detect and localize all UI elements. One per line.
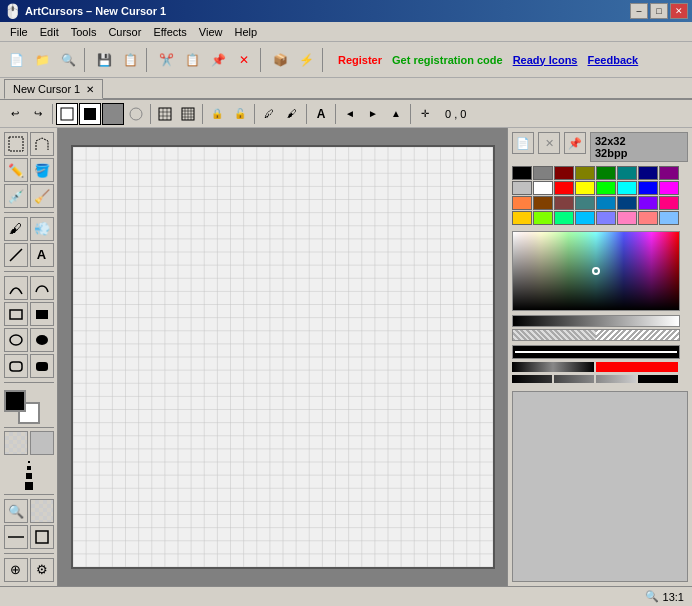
doc-tab-close-button[interactable]: ✕ <box>86 84 94 95</box>
canvas-btn1[interactable] <box>56 103 78 125</box>
canvas-btn2[interactable] <box>79 103 101 125</box>
color-orange[interactable] <box>512 196 532 210</box>
text-tool[interactable]: A <box>30 243 54 267</box>
color-periwinkle[interactable] <box>596 211 616 225</box>
color-brown[interactable] <box>533 196 553 210</box>
color-lime[interactable] <box>596 181 616 195</box>
line-s1[interactable] <box>512 375 552 383</box>
lock-btn2[interactable]: 🔓 <box>229 103 251 125</box>
color-dark-green[interactable] <box>596 166 616 180</box>
brush-size-1[interactable] <box>28 461 30 463</box>
pen-btn[interactable]: 🖊 <box>258 103 280 125</box>
brush-size-4[interactable] <box>25 482 33 490</box>
opaque-btn[interactable] <box>30 431 54 455</box>
color-spring[interactable] <box>554 211 574 225</box>
rect2-btn[interactable] <box>30 525 54 549</box>
register-link[interactable]: Register <box>338 54 382 66</box>
color-blue[interactable] <box>638 181 658 195</box>
zoom-btn[interactable]: 🔍 <box>4 499 28 523</box>
color-magenta[interactable] <box>659 181 679 195</box>
line-tool[interactable] <box>4 243 28 267</box>
color-gold[interactable] <box>512 211 532 225</box>
color-pink[interactable] <box>617 211 637 225</box>
color-dark-blue[interactable] <box>617 196 637 210</box>
color-sky-blue[interactable] <box>596 196 616 210</box>
color-silver[interactable] <box>512 181 532 195</box>
ready-icons-link[interactable]: Ready Icons <box>513 54 578 66</box>
gray-gradient-bar[interactable] <box>512 315 680 327</box>
menu-cursor[interactable]: Cursor <box>102 24 147 40</box>
grid-btn1[interactable] <box>154 103 176 125</box>
export-button[interactable]: ⚡ <box>294 48 318 72</box>
line2-btn[interactable] <box>4 525 28 549</box>
color-cyan[interactable] <box>617 181 637 195</box>
select-free-tool[interactable] <box>30 132 54 156</box>
maximize-button[interactable]: □ <box>650 3 668 19</box>
color-slate[interactable] <box>575 196 595 210</box>
color-gradient-picker[interactable] <box>512 231 680 311</box>
copy-button[interactable]: 📋 <box>180 48 204 72</box>
menu-effects[interactable]: Effects <box>147 24 192 40</box>
line-s4[interactable] <box>638 375 678 383</box>
hotspot-btn[interactable]: ✛ <box>414 103 436 125</box>
menu-view[interactable]: View <box>193 24 229 40</box>
menu-edit[interactable]: Edit <box>34 24 65 40</box>
lock-btn1[interactable]: 🔒 <box>206 103 228 125</box>
brush-btn[interactable]: 🖌 <box>281 103 303 125</box>
eraser-tool[interactable]: 🧹 <box>30 184 54 208</box>
menu-tools[interactable]: Tools <box>65 24 103 40</box>
star-tool[interactable]: ⚙ <box>30 558 54 582</box>
delete-button[interactable]: ✕ <box>232 48 256 72</box>
close-button[interactable]: ✕ <box>670 3 688 19</box>
feedback-link[interactable]: Feedback <box>587 54 638 66</box>
color-dark-red[interactable] <box>554 166 574 180</box>
paste-button[interactable]: 📌 <box>206 48 230 72</box>
foreground-color-box[interactable] <box>4 390 26 412</box>
select-rect-tool[interactable] <box>4 132 28 156</box>
arrow-left-btn[interactable]: ◄ <box>339 103 361 125</box>
cut-button[interactable]: ✂️ <box>154 48 178 72</box>
open-button[interactable]: 📁 <box>30 48 54 72</box>
color-yellow[interactable] <box>575 181 595 195</box>
checker-btn[interactable] <box>30 499 54 523</box>
hotspot-tool[interactable]: ⊕ <box>4 558 28 582</box>
save-button[interactable]: 💾 <box>92 48 116 72</box>
brush-size-2[interactable] <box>27 466 31 470</box>
new-button[interactable]: 📄 <box>4 48 28 72</box>
color-red[interactable] <box>554 181 574 195</box>
line-color-1[interactable] <box>512 362 594 372</box>
grid-btn2[interactable] <box>177 103 199 125</box>
color-light-blue[interactable] <box>659 211 679 225</box>
color-salmon[interactable] <box>638 211 658 225</box>
round-rect-tool[interactable] <box>4 354 28 378</box>
color-azure[interactable] <box>575 211 595 225</box>
pattern-bar[interactable] <box>512 329 680 341</box>
brush-tool[interactable]: 🖌 <box>4 217 28 241</box>
text-btn[interactable]: A <box>310 103 332 125</box>
color-navy[interactable] <box>638 166 658 180</box>
save-as-button[interactable]: 📋 <box>118 48 142 72</box>
line-color-red[interactable] <box>596 362 678 372</box>
rt-btn-3[interactable]: 📌 <box>564 132 586 154</box>
transparent-btn[interactable] <box>4 431 28 455</box>
line-style-solid[interactable] <box>512 345 680 359</box>
ellipse-tool[interactable] <box>4 328 28 352</box>
canvas-btn3[interactable] <box>102 103 124 125</box>
color-chartreuse[interactable] <box>533 211 553 225</box>
redo-button[interactable]: ↪ <box>27 103 49 125</box>
arrow-right-btn[interactable]: ► <box>362 103 384 125</box>
color-gray[interactable] <box>533 166 553 180</box>
color-violet[interactable] <box>638 196 658 210</box>
color-white[interactable] <box>533 181 553 195</box>
canvas-btn4[interactable] <box>125 103 147 125</box>
color-purple[interactable] <box>659 166 679 180</box>
rt-btn-1[interactable]: 📄 <box>512 132 534 154</box>
line-s2[interactable] <box>554 375 594 383</box>
curve-tool[interactable] <box>4 276 28 300</box>
doc-tab[interactable]: New Cursor 1 ✕ <box>4 79 103 99</box>
import-button[interactable]: 📦 <box>268 48 292 72</box>
color-black[interactable] <box>512 166 532 180</box>
rect-fill-tool[interactable] <box>30 302 54 326</box>
airbrush-tool[interactable]: 💨 <box>30 217 54 241</box>
line-s3[interactable] <box>596 375 636 383</box>
